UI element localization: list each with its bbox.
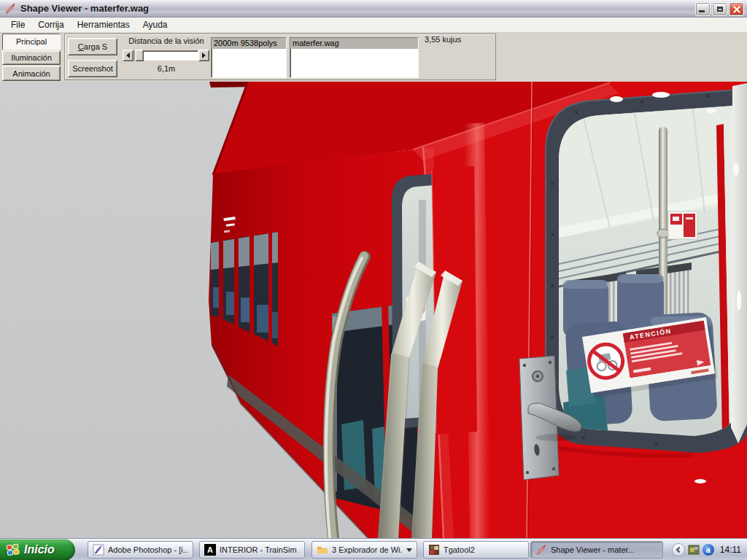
slider-track[interactable] (134, 50, 198, 61)
taskbar-item-trainsim[interactable]: A INTERIOR - TrainSim ... (199, 541, 305, 559)
menu-ayuda[interactable]: Ayuda (136, 18, 174, 31)
windows-flag-icon (6, 542, 20, 557)
slider-right-arrow[interactable] (198, 50, 209, 61)
menu-herramientas[interactable]: Herramientas (71, 18, 136, 31)
toolbar: Principal Iluminación Animación Carga S … (0, 33, 747, 82)
tga-icon (428, 544, 440, 556)
restore-button[interactable] (712, 2, 727, 16)
trainsim-icon: A (204, 544, 216, 556)
screenshot-button[interactable]: Screenshot (68, 60, 117, 77)
vestibule-window: ATENCIÓN (540, 89, 747, 456)
chevron-left-icon (676, 547, 682, 553)
tab-iluminacion[interactable]: Iluminación (2, 50, 61, 65)
file-list-item[interactable]: materfer.wag (290, 38, 418, 49)
app-window: Shape Viewer - materfer.wag File Corrija… (0, 0, 747, 560)
tray-chevron-button[interactable] (672, 543, 685, 556)
group-dropdown-icon[interactable] (406, 548, 412, 552)
interior-sign (668, 211, 697, 239)
end-wall-strip (731, 83, 747, 443)
menu-corrija[interactable]: Corrija (31, 18, 70, 31)
menu-bar: File Corrija Herramientas Ayuda (0, 18, 747, 33)
slider-thumb[interactable] (135, 50, 144, 61)
tab-animacion[interactable]: Animación (2, 66, 61, 81)
photoshop-icon (93, 544, 104, 556)
lod-listbox[interactable]: 2000m 9538polys (211, 37, 287, 78)
view-distance-label: Distancia de la visión (125, 36, 207, 45)
taskbar-item-shape-viewer[interactable]: Shape Viewer - mater... (530, 541, 663, 559)
shape-viewer-icon (4, 3, 16, 15)
system-tray: a 14:11 (672, 539, 747, 560)
lod-list-item[interactable]: 2000m 9538polys (212, 38, 286, 49)
taskbar-item-photoshop[interactable]: Adobe Photoshop - [i... (88, 541, 193, 559)
taskbar-clock: 14:11 (720, 545, 741, 555)
tab-principal[interactable]: Principal (2, 34, 61, 50)
tray-avg-icon[interactable]: a (703, 544, 714, 556)
file-listbox[interactable]: materfer.wag (290, 37, 419, 78)
view-distance-value: 6,1m (125, 64, 207, 73)
taskbar-item-explorer-group[interactable]: 3 Explorador de Wi... (311, 541, 417, 559)
taskbar: Inicio Adobe Photoshop - [i... A INTERIO… (0, 538, 747, 560)
shape-viewer-icon (535, 544, 547, 556)
title-bar[interactable]: Shape Viewer - materfer.wag (0, 0, 747, 18)
stats-label: 3,55 kujus (425, 35, 461, 44)
taskbar-item-tgatool[interactable]: Tgatool2 (423, 541, 529, 559)
start-button[interactable]: Inicio (0, 539, 75, 560)
tray-app-icon[interactable] (688, 544, 700, 556)
3d-viewport[interactable]: ATENCIÓN (0, 82, 747, 538)
minimize-button[interactable] (695, 2, 711, 16)
window-title: Shape Viewer - materfer.wag (20, 3, 149, 14)
start-label: Inicio (24, 543, 55, 556)
close-button[interactable] (729, 2, 744, 16)
load-shape-button[interactable]: Carga S (68, 38, 117, 55)
slider-left-arrow[interactable] (123, 50, 133, 61)
folder-icon (317, 544, 328, 556)
menu-file[interactable]: File (4, 18, 31, 31)
viewport: ATENCIÓN (0, 82, 747, 538)
